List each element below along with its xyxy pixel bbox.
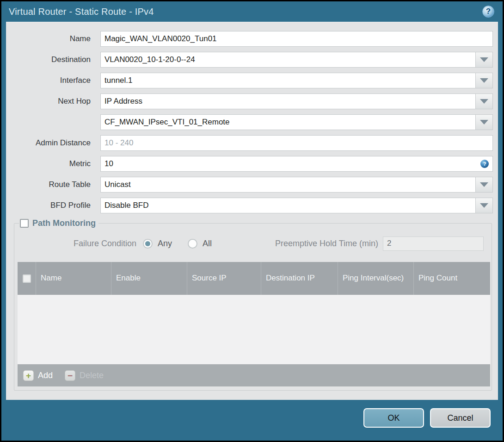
column-header-destination-ip: Destination IP bbox=[261, 262, 338, 295]
form-row-interface: Interface tunnel.1 bbox=[6, 73, 493, 88]
interface-dropdown[interactable]: tunnel.1 bbox=[100, 73, 493, 88]
destination-label: Destination bbox=[6, 55, 95, 64]
interface-label: Interface bbox=[6, 76, 95, 85]
dialog-content: Name Destination VLAN0020_10-1-20-0--24 … bbox=[6, 22, 498, 400]
form-row-name: Name bbox=[6, 31, 493, 47]
failure-condition-label: Failure Condition bbox=[16, 239, 143, 249]
delete-button[interactable]: − Delete bbox=[65, 370, 104, 381]
failure-condition-radio-group: Any All bbox=[143, 239, 227, 249]
radio-all-icon[interactable] bbox=[188, 239, 197, 249]
bfd-profile-value: Disable BFD bbox=[101, 198, 475, 213]
chevron-down-icon bbox=[480, 57, 488, 62]
form-row-route-table: Route Table Unicast bbox=[6, 177, 493, 193]
next-hop-dropdown-button[interactable] bbox=[475, 94, 492, 109]
route-table-dropdown-button[interactable] bbox=[475, 177, 492, 192]
destination-value: VLAN0020_10-1-20-0--24 bbox=[101, 52, 475, 67]
column-header-source-ip: Source IP bbox=[187, 262, 261, 295]
admin-distance-label: Admin Distance bbox=[6, 138, 95, 148]
route-table-value: Unicast bbox=[101, 177, 475, 192]
next-hop-address-value: CF_MWAN_IPsec_VTI_01_Remote bbox=[101, 115, 475, 130]
bfd-profile-dropdown[interactable]: Disable BFD bbox=[100, 198, 493, 213]
route-table-label: Route Table bbox=[6, 180, 95, 189]
add-button[interactable]: + Add bbox=[23, 370, 53, 381]
table-body-empty bbox=[18, 295, 490, 364]
help-icon[interactable]: ? bbox=[482, 6, 494, 18]
path-monitoring-checkbox[interactable] bbox=[20, 219, 29, 228]
column-header-enable: Enable bbox=[111, 262, 187, 295]
failure-condition-row: Failure Condition Any All Preemptive Hol… bbox=[16, 236, 490, 251]
add-button-label: Add bbox=[38, 371, 53, 380]
next-hop-label: Next Hop bbox=[6, 97, 95, 106]
next-hop-value: IP Address bbox=[101, 94, 475, 109]
cancel-button[interactable]: Cancel bbox=[430, 408, 491, 428]
interface-value: tunnel.1 bbox=[101, 73, 475, 88]
path-monitoring-section: Path Monitoring Failure Condition Any Al… bbox=[14, 218, 492, 391]
chevron-down-icon bbox=[480, 182, 488, 187]
dialog-title: Virtual Router - Static Route - IPv4 bbox=[9, 6, 154, 17]
metric-input[interactable] bbox=[101, 156, 480, 171]
destination-dropdown-button[interactable] bbox=[475, 52, 492, 67]
chevron-down-icon bbox=[480, 78, 488, 83]
form-row-next-hop-address: CF_MWAN_IPsec_VTI_01_Remote bbox=[6, 114, 493, 130]
form-row-metric: Metric ? bbox=[6, 156, 493, 172]
chevron-down-icon bbox=[480, 99, 488, 104]
preemptive-hold-group: Preemptive Hold Time (min) bbox=[275, 237, 484, 251]
static-route-dialog: Virtual Router - Static Route - IPv4 ? N… bbox=[1, 1, 503, 441]
metric-field-wrap: ? bbox=[100, 156, 493, 172]
interface-dropdown-button[interactable] bbox=[475, 73, 492, 88]
admin-distance-field-wrap bbox=[100, 135, 493, 151]
preemptive-hold-label: Preemptive Hold Time (min) bbox=[275, 239, 383, 249]
chevron-down-icon bbox=[480, 203, 488, 208]
radio-option-any[interactable]: Any bbox=[143, 239, 172, 249]
ok-button[interactable]: OK bbox=[363, 408, 424, 428]
admin-distance-input[interactable] bbox=[101, 136, 492, 150]
column-header-ping-count: Ping Count bbox=[414, 262, 490, 295]
dialog-footer: OK Cancel bbox=[1, 400, 503, 441]
radio-any-icon[interactable] bbox=[143, 239, 153, 249]
table-footer-bar: + Add − Delete bbox=[18, 364, 490, 386]
name-label: Name bbox=[6, 34, 95, 44]
chevron-down-icon bbox=[480, 120, 488, 125]
form-row-bfd-profile: BFD Profile Disable BFD bbox=[6, 198, 493, 213]
select-all-checkbox[interactable] bbox=[23, 274, 31, 283]
path-monitoring-legend: Path Monitoring bbox=[19, 218, 98, 228]
column-header-ping-interval: Ping Interval(sec) bbox=[338, 262, 414, 295]
table-header-row: Name Enable Source IP Destination IP Pin… bbox=[18, 262, 490, 295]
path-monitoring-table: Name Enable Source IP Destination IP Pin… bbox=[18, 262, 490, 386]
column-header-name: Name bbox=[36, 262, 111, 295]
metric-label: Metric bbox=[6, 159, 95, 168]
bfd-profile-dropdown-button[interactable] bbox=[475, 198, 492, 213]
name-input[interactable] bbox=[101, 31, 492, 46]
form-row-admin-distance: Admin Distance bbox=[6, 135, 493, 151]
destination-dropdown[interactable]: VLAN0020_10-1-20-0--24 bbox=[100, 52, 493, 68]
add-plus-icon: + bbox=[23, 370, 34, 381]
title-bar: Virtual Router - Static Route - IPv4 ? bbox=[1, 1, 503, 22]
delete-button-label: Delete bbox=[80, 371, 104, 380]
preemptive-hold-input[interactable] bbox=[383, 237, 484, 251]
radio-any-label: Any bbox=[158, 239, 172, 249]
form-row-destination: Destination VLAN0020_10-1-20-0--24 bbox=[6, 52, 493, 68]
name-field-wrap bbox=[100, 31, 493, 47]
path-monitoring-title: Path Monitoring bbox=[32, 218, 96, 228]
route-table-dropdown[interactable]: Unicast bbox=[100, 177, 493, 193]
radio-option-all[interactable]: All bbox=[188, 239, 212, 249]
delete-minus-icon: − bbox=[65, 370, 75, 381]
select-all-header-cell bbox=[18, 262, 36, 295]
form-row-next-hop: Next Hop IP Address bbox=[6, 93, 493, 109]
radio-all-label: All bbox=[203, 239, 212, 249]
next-hop-dropdown[interactable]: IP Address bbox=[100, 93, 493, 109]
next-hop-address-dropdown[interactable]: CF_MWAN_IPsec_VTI_01_Remote bbox=[100, 114, 493, 130]
next-hop-address-dropdown-button[interactable] bbox=[475, 115, 492, 130]
metric-help-icon: ? bbox=[480, 160, 489, 168]
bfd-profile-label: BFD Profile bbox=[6, 201, 95, 210]
